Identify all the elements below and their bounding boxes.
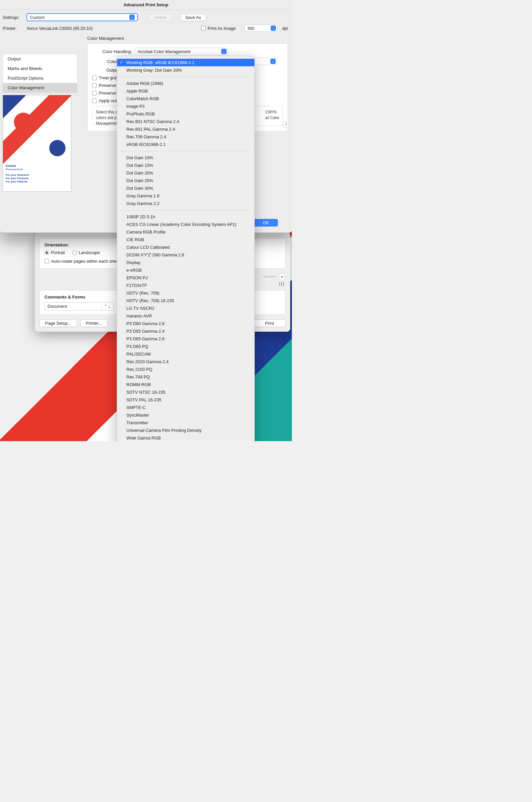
radio-icon [72,250,77,255]
menu-item[interactable]: CIE RGB [117,236,254,244]
menu-item[interactable]: Display [117,259,254,266]
dpi-input[interactable]: 300 ⌄ [244,24,278,32]
orientation-landscape-radio[interactable]: Landscape [72,250,100,255]
menu-item[interactable]: ROMM-RGB [117,381,254,388]
menu-item[interactable]: Rec.709 PQ [117,373,254,381]
menu-item[interactable]: P3 D65 Gamma 2.4 [117,327,254,335]
sidebar-item-color-management[interactable]: Color Management [3,83,77,93]
settings-label: Settings: [3,15,24,20]
menu-item[interactable]: Colour LCD Calibrated [117,244,254,251]
checkbox-icon [92,83,97,88]
printer-button[interactable]: Printer... [80,319,108,327]
menu-item[interactable]: Transmitter [117,419,254,426]
chevron-updown-icon: ⌄ [221,49,227,54]
menu-item[interactable]: Rec.601 NTSC Gamma 2.4 [117,118,254,126]
menu-item[interactable]: HDTV (Rec. 709) [117,289,254,297]
menu-item[interactable]: SyncMaster [117,411,254,419]
menu-item[interactable]: P3 D65 PQ [117,343,254,350]
menu-item[interactable]: ACES CG Linear (Academy Color Encoding S… [117,221,254,228]
menu-item[interactable]: Rec.601 PAL Gamma 2.4 [117,126,254,133]
menu-item[interactable]: SDTV NTSC 16-235 [117,388,254,396]
color-handling-value: Acrobat Color Management [138,49,190,54]
autorotate-checkbox[interactable]: Auto-rotate pages within each shee [44,259,119,264]
sidebar-item-marks[interactable]: Marks and Bleeds [3,64,77,73]
radio-icon [44,250,49,255]
help-right: CMYK at Color [265,110,279,122]
window-title: Advanced Print Setup [0,0,292,10]
sidebar-list: Output Marks and Bleeds PostScript Optio… [3,54,77,93]
menu-item[interactable]: P3 D65 Gamma 2.6 [117,335,254,343]
scale-slider[interactable] [263,276,276,277]
menu-item[interactable]: Wide Gamut RGB [117,434,254,441]
settings-sidebar: Output Marks and Bleeds PostScript Optio… [3,35,77,192]
page-setup-button[interactable]: Page Setup... [39,319,77,327]
section-title: Color Management [87,36,288,41]
color-handling-select[interactable]: Acrobat Color Management ⌄ [135,48,228,55]
ok-button[interactable]: OK [254,219,278,227]
thumb-brand-sub: Pharmaceuticals [6,168,23,171]
menu-item[interactable]: Universal Camera Film Printing Density [117,426,254,434]
orientation-portrait-radio[interactable]: Portrait [44,250,65,255]
sidebar-item-postscript[interactable]: PostScript Options [3,73,77,83]
menu-item[interactable]: EPSON PJ [117,274,254,282]
delete-button: Delete [149,14,172,21]
menu-item[interactable]: HDTV (Rec. 709) 16-235 [117,297,254,304]
menu-item[interactable]: F27G3xTF [117,282,254,289]
menu-item[interactable]: marantz-AVR [117,312,254,320]
menu-item[interactable]: Dot Gain 30% [117,185,254,192]
color-profile-menu[interactable]: Working RGB: sRGB IEC61966-2.1Working Gr… [117,56,255,441]
help-icon[interactable]: ? [283,121,289,128]
menu-item[interactable]: Adobe RGB (1998) [117,80,254,87]
menu-item[interactable]: 1080P 2D 5.1h [117,213,254,221]
checkbox-icon [92,76,97,80]
menu-item[interactable]: SDTV PAL 16-235 [117,396,254,404]
menu-item[interactable]: image P3 [117,102,254,110]
checkbox-icon [92,91,97,96]
settings-select[interactable]: Custom ⌄ [26,13,138,21]
save-as-button[interactable]: Save As [180,14,206,21]
menu-item[interactable]: Camera RGB Profile [117,228,254,236]
menu-item[interactable]: SMPTE-C [117,404,254,411]
color-handling-label: Color Handling: [92,49,132,54]
checkbox-icon [44,259,49,263]
menu-item[interactable]: Dot Gain 10% [117,154,254,161]
menu-item[interactable]: ColorMatch RGB [117,95,254,102]
menu-item[interactable]: Dot Gain 15% [117,161,254,169]
menu-item[interactable]: Gray Gamma 2.2 [117,200,254,207]
chevron-updown-icon: ⌄ [129,15,135,20]
chevron-updown-icon: ⌄ [270,59,276,64]
menu-item[interactable]: Apple RGB [117,87,254,95]
chevron-right-icon: > [281,274,283,279]
menu-item[interactable]: sRGB IEC61966-2.1 [117,141,254,148]
sidebar-item-output[interactable]: Output [3,54,77,64]
menu-item[interactable]: Working Gray: Dot Gain 20% [117,66,254,74]
dpi-value: 300 [247,26,255,31]
thumb-line2: For your Products [6,177,28,180]
menu-item[interactable]: PAL/SECAM [117,350,254,358]
menu-item[interactable]: e-sRGB [117,266,254,274]
menu-item[interactable]: P3 D60 Gamma 2.6 [117,320,254,327]
printer-name: Xerox VersaLink C8000 (95:20:10) [26,26,93,31]
menu-item[interactable]: Rec.2020 Gamma 2.4 [117,358,254,365]
menu-item[interactable]: Rec.2100 PQ [117,365,254,373]
autorotate-label: Auto-rotate pages within each shee [51,259,119,264]
document-thumbnail: Komtur Pharmaceuticals For your Research… [3,95,71,192]
print-as-image-checkbox[interactable]: Print As Image [201,26,236,31]
menu-item[interactable]: Working RGB: sRGB IEC61966-2.1 [117,59,254,66]
checkbox-icon [92,98,97,103]
menu-item[interactable]: Gray Gamma 1.8 [117,192,254,200]
menu-item[interactable]: LG TV SSCR2 [117,304,254,312]
print-as-image-label: Print As Image [208,26,236,31]
menu-item[interactable]: Dot Gain 20% [117,169,254,177]
menu-item[interactable]: ProPhoto RGB [117,110,254,118]
scale-step-forward[interactable]: > [279,273,285,280]
printer-label: Printer: [3,26,24,31]
dpi-unit: dpi [282,26,288,31]
thumb-line1: For your Research [6,173,29,176]
comments-select[interactable]: Document ⌃⌄ [44,302,114,310]
menu-item[interactable]: DCDM X'Y'Z' D60 Gamma 2.6 [117,251,254,259]
portrait-label: Portrait [51,250,65,255]
menu-item[interactable]: Rec.709 Gamma 2.4 [117,133,254,141]
print-button[interactable]: Print [253,319,286,327]
menu-item[interactable]: Dot Gain 25% [117,177,254,185]
